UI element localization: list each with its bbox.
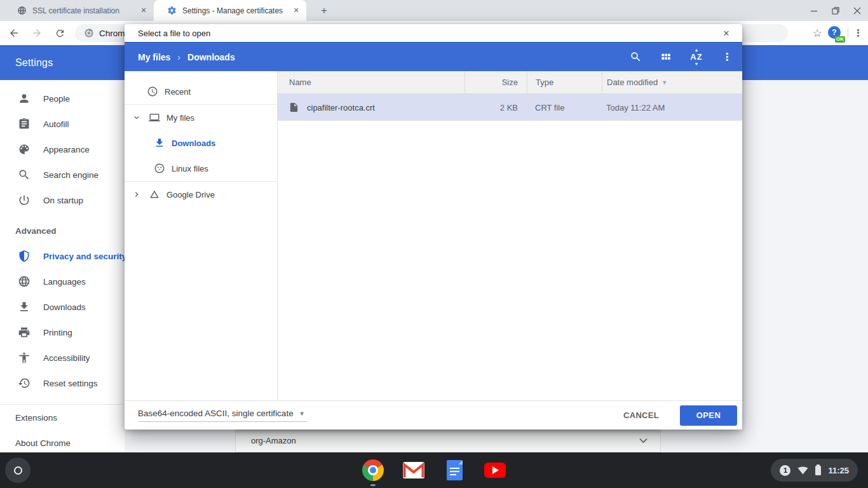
window-controls <box>807 0 864 21</box>
sidebar-item-about-chrome[interactable]: About Chrome <box>0 430 125 456</box>
files-sidebar-recent[interactable]: Recent <box>125 79 277 104</box>
notification-count-badge: 1 <box>780 465 790 476</box>
sort-up-caret: ▲ <box>695 48 699 52</box>
open-button[interactable]: OPEN <box>680 405 737 426</box>
restore-clock-icon <box>18 377 31 390</box>
tab-ssl-certificate[interactable]: SSL certificate installation ✕ <box>5 0 154 21</box>
column-size[interactable]: Size <box>465 71 527 94</box>
sidebar-item-people[interactable]: People <box>0 86 125 111</box>
sidebar-item-search-engine[interactable]: Search engine <box>0 162 125 187</box>
tab-strip: SSL certificate installation ✕ Settings … <box>0 0 868 21</box>
settings-sidebar: People Autofill Appearance Search engine… <box>0 86 125 396</box>
clock-icon <box>146 86 158 98</box>
shield-icon <box>18 250 31 262</box>
running-indicator <box>370 484 376 486</box>
sidebar-item-extensions[interactable]: Extensions <box>0 405 125 430</box>
sidebar-item-downloads[interactable]: Downloads <box>0 294 125 320</box>
dialog-close-icon[interactable]: ✕ <box>719 26 733 40</box>
docs-app-icon[interactable] <box>444 459 465 481</box>
toolbar-right: ☆ ? OK ⋮ <box>813 24 863 42</box>
breadcrumb-my-files[interactable]: My files <box>138 52 170 62</box>
cancel-button[interactable]: CANCEL <box>606 405 676 426</box>
tab-title: SSL certificate installation <box>32 6 139 15</box>
person-icon <box>18 92 31 105</box>
sort-az-icon[interactable]: AZ▲▼ <box>681 43 712 72</box>
grid-view-icon[interactable] <box>651 43 681 72</box>
breadcrumb-downloads[interactable]: Downloads <box>187 52 235 62</box>
sidebar-item-printing[interactable]: Printing <box>0 320 125 345</box>
sort-down-caret: ▼ <box>695 62 699 66</box>
restore-button[interactable] <box>829 4 843 18</box>
settings-gear-favicon-icon <box>167 6 177 15</box>
page-title: Settings <box>15 57 53 69</box>
file-date-modified: Today 11:22 AM <box>602 103 742 112</box>
browser-menu-icon[interactable]: ⋮ <box>853 27 863 39</box>
file-row-selected[interactable]: cipafilter-rootca.crt 2 KB CRT file Toda… <box>278 94 742 121</box>
clipboard-icon <box>18 118 31 130</box>
forward-icon[interactable] <box>28 24 46 42</box>
shelf-apps <box>362 459 506 481</box>
file-type: CRT file <box>527 103 602 112</box>
system-tray[interactable]: 1 11:25 <box>771 459 858 482</box>
chevron-down-icon[interactable] <box>639 438 648 444</box>
back-icon[interactable] <box>5 24 23 42</box>
sidebar-item-privacy-security[interactable]: Privacy and security <box>0 243 125 269</box>
sidebar-item-reset-settings[interactable]: Reset settings <box>0 370 125 396</box>
new-tab-button[interactable]: + <box>316 3 332 18</box>
format-select-value: Base64-encoded ASCII, single certificate <box>138 409 294 418</box>
files-toolbar: My files › Downloads AZ▲▼ ⋮ <box>125 42 742 71</box>
certificate-org-label: org-Amazon <box>251 436 296 445</box>
dialog-titlebar: Select a file to open ✕ <box>125 24 742 42</box>
column-name[interactable]: Name <box>278 78 465 87</box>
tab-settings-certificates[interactable]: Settings - Manage certificates ✕ <box>154 0 306 21</box>
files-sidebar-my-files[interactable]: My files <box>125 105 277 130</box>
files-menu-icon[interactable]: ⋮ <box>712 43 742 72</box>
files-sidebar-linux-files[interactable]: Linux files <box>125 156 277 181</box>
chevron-down-icon[interactable] <box>130 112 142 124</box>
launcher-ring-icon <box>14 466 22 475</box>
extension-icon[interactable]: ? OK <box>827 25 843 41</box>
sidebar-item-appearance[interactable]: Appearance <box>0 137 125 162</box>
gmail-app-icon[interactable] <box>403 459 424 481</box>
search-icon[interactable] <box>620 43 651 72</box>
launcher-button[interactable] <box>5 458 31 483</box>
column-date-modified[interactable]: Date modified ▼ <box>602 71 742 94</box>
minimize-button[interactable] <box>807 4 821 18</box>
file-name-cell: cipafilter-rootca.crt <box>278 101 465 114</box>
penguin-icon <box>153 163 165 175</box>
battery-icon <box>815 466 821 475</box>
sidebar-item-accessibility[interactable]: Accessibility <box>0 345 125 370</box>
bookmark-star-icon[interactable]: ☆ <box>813 27 822 40</box>
tab-close-icon[interactable]: ✕ <box>139 6 149 16</box>
certificate-format-select[interactable]: Base64-encoded ASCII, single certificate… <box>138 409 307 422</box>
certificate-org-row[interactable]: org-Amazon <box>235 430 661 452</box>
dialog-title: Select a file to open <box>138 29 210 38</box>
files-list-header: Name Size Type Date modified ▼ <box>278 71 742 94</box>
sidebar-item-autofill[interactable]: Autofill <box>0 111 125 137</box>
files-sidebar-google-drive[interactable]: Google Drive <box>125 182 277 207</box>
file-size: 2 KB <box>465 103 527 112</box>
reload-icon[interactable] <box>51 24 69 42</box>
sidebar-item-languages[interactable]: Languages <box>0 269 125 294</box>
chrome-app-icon[interactable] <box>362 459 384 481</box>
tab-close-icon[interactable]: ✕ <box>291 6 301 16</box>
sort-caret-icon: ▼ <box>661 79 667 86</box>
files-body: Recent My files Downloads Linux files Go… <box>125 71 742 400</box>
youtube-app-icon[interactable] <box>484 459 506 481</box>
search-icon <box>18 168 31 181</box>
palette-icon <box>18 143 31 156</box>
settings-sidebar-footer: Extensions About Chrome <box>0 404 125 456</box>
sidebar-item-on-startup[interactable]: On startup <box>0 187 125 213</box>
files-sidebar: Recent My files Downloads Linux files Go… <box>125 71 278 400</box>
shelf: 1 11:25 <box>0 452 868 488</box>
files-toolbar-actions: AZ▲▼ ⋮ <box>620 43 742 72</box>
close-window-button[interactable] <box>850 4 864 18</box>
files-sidebar-downloads[interactable]: Downloads <box>125 130 277 156</box>
advanced-section-label[interactable]: Advanced <box>0 218 125 243</box>
files-list: Name Size Type Date modified ▼ cipafilte… <box>278 71 742 400</box>
toolbar-separator <box>848 28 848 38</box>
column-type[interactable]: Type <box>527 71 602 94</box>
printer-icon <box>18 326 31 339</box>
power-icon <box>18 194 31 207</box>
chevron-right-icon[interactable] <box>130 189 142 201</box>
